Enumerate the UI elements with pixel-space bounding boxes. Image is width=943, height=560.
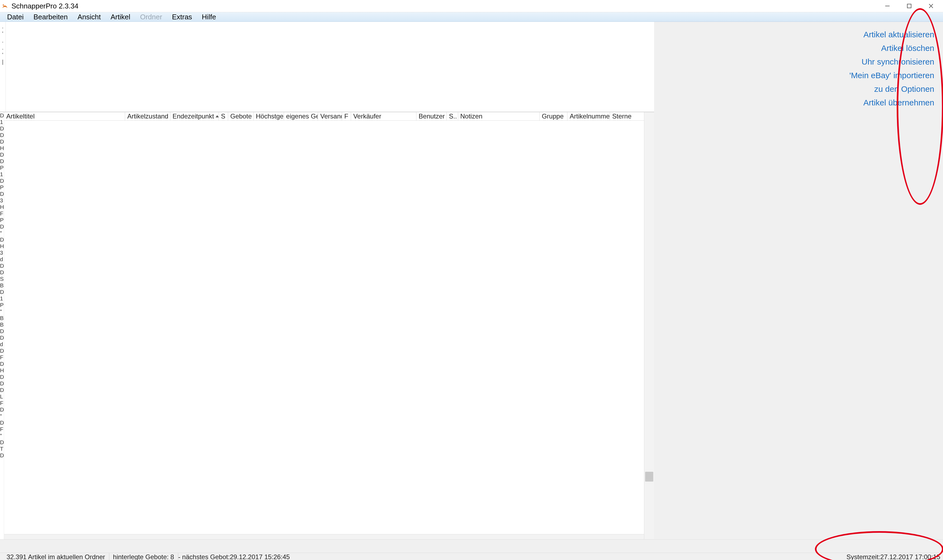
- column-header[interactable]: Höchstgebot: [254, 112, 284, 120]
- row-rail-mark: D: [0, 132, 4, 138]
- column-header[interactable]: F: [342, 112, 351, 120]
- svg-rect-1: [885, 6, 889, 6]
- column-header[interactable]: Artikeltitel: [4, 112, 125, 120]
- row-rail-mark: D: [0, 223, 4, 230]
- row-rail-mark: P: [0, 217, 4, 223]
- preview-rail-mark: .: [2, 23, 3, 30]
- scrollbar-thumb[interactable]: [645, 472, 653, 482]
- row-rail-mark: P: [0, 302, 4, 308]
- row-rail-mark: D: [0, 125, 4, 132]
- menu-hilfe[interactable]: Hilfe: [197, 12, 221, 22]
- row-rail-mark: B: [0, 282, 4, 289]
- status-naechstes-gebot-value: 29.12.2017 15:26:45: [230, 553, 290, 560]
- row-rail-mark: T: [0, 446, 4, 452]
- window-controls: [877, 0, 942, 12]
- row-rail-mark: D: [0, 334, 4, 341]
- status-article-count: 32.391 Artikel im aktuellen Ordner: [3, 553, 109, 560]
- row-rail-mark: 3: [0, 249, 4, 256]
- left-column: .'..'| D1DDDHDDP1DPD3HFPD"DH3dDDSBD1P"BB…: [0, 22, 654, 539]
- row-indicator-rail: D1DDDHDDP1DPD3HFPD"DH3dDDSBD1P"BBDDdDFDH…: [0, 112, 4, 539]
- row-rail-mark: F: [0, 400, 4, 406]
- column-header[interactable]: Artikelzustand: [125, 112, 170, 120]
- column-header[interactable]: S..: [447, 112, 458, 120]
- row-rail-mark: D: [0, 361, 4, 367]
- menu-extras[interactable]: Extras: [167, 12, 197, 22]
- row-rail-mark: 1: [0, 171, 4, 178]
- menu-artikel[interactable]: Artikel: [106, 12, 135, 22]
- preview-rail-mark: |: [2, 58, 3, 65]
- column-header[interactable]: Artikelnummer: [567, 112, 610, 120]
- status-systemzeit-label: Systemzeit:: [846, 553, 880, 560]
- bottom-separator: [0, 539, 943, 553]
- row-rail-mark: D: [0, 263, 4, 269]
- status-systemzeit-value: 27.12.2017 17:00:15: [880, 553, 940, 560]
- row-rail-mark: 3: [0, 197, 4, 204]
- menu-ansicht[interactable]: Ansicht: [72, 12, 105, 22]
- status-hinterlegte-gebote: hinterlegte Gebote: 8: [109, 553, 178, 560]
- link-uhr-synchronisieren[interactable]: Uhr synchronisieren: [810, 55, 934, 69]
- close-button[interactable]: [920, 0, 942, 12]
- column-header[interactable]: Endezeitpunkt: [170, 112, 219, 120]
- svg-rect-2: [907, 4, 911, 8]
- grid: ArtikeltitelArtikelzustandEndezeitpunktS…: [4, 112, 654, 539]
- row-rail-mark: D: [0, 191, 4, 197]
- row-rail-mark: D: [0, 420, 4, 426]
- row-rail-mark: H: [0, 243, 4, 249]
- row-rail-mark: D: [0, 374, 4, 380]
- menu-bar: Datei Bearbeiten Ansicht Artikel Ordner …: [0, 12, 943, 22]
- row-rail-mark: d: [0, 256, 4, 263]
- row-rail-mark: D: [0, 112, 4, 119]
- row-rail-mark: F: [0, 354, 4, 361]
- row-rail-mark: 1: [0, 119, 4, 125]
- column-header[interactable]: S: [219, 112, 228, 120]
- articles-grid: D1DDDHDDP1DPD3HFPD"DH3dDDSBD1P"BBDDdDFDH…: [0, 112, 654, 539]
- column-header[interactable]: Gebote: [228, 112, 254, 120]
- grid-vertical-scrollbar[interactable]: [644, 112, 654, 539]
- column-header[interactable]: Notizen: [458, 112, 539, 120]
- row-rail-mark: D: [0, 269, 4, 275]
- row-rail-mark: P: [0, 165, 4, 171]
- row-rail-mark: D: [0, 452, 4, 458]
- preview-rail-mark: ': [2, 51, 3, 58]
- row-rail-mark: H: [0, 145, 4, 151]
- row-rail-mark: F: [0, 426, 4, 432]
- window-title: SchnapperPro 2.3.34: [11, 2, 79, 10]
- row-rail-mark: ": [0, 230, 4, 237]
- row-rail-mark: D: [0, 387, 4, 393]
- actions-panel: Artikel aktualisieren Artikel löschen Uh…: [801, 22, 943, 539]
- preview-rail-mark: ': [2, 30, 3, 37]
- grid-horizontal-scrollbar[interactable]: [4, 534, 644, 539]
- row-rail-mark: D: [0, 237, 4, 243]
- column-header[interactable]: eigenes Gebot: [284, 112, 318, 120]
- title-bar: SchnapperPro 2.3.34: [0, 0, 943, 12]
- column-header[interactable]: Versand…: [318, 112, 342, 120]
- menu-datei[interactable]: Datei: [2, 12, 29, 22]
- row-rail-mark: d: [0, 341, 4, 348]
- menu-bearbeiten[interactable]: Bearbeiten: [29, 12, 73, 22]
- svg-point-0: [3, 5, 4, 6]
- row-rail-mark: P: [0, 184, 4, 191]
- row-rail-mark: F: [0, 210, 4, 217]
- grid-header: ArtikeltitelArtikelzustandEndezeitpunktS…: [4, 112, 654, 121]
- row-rail-mark: ": [0, 432, 4, 439]
- link-zu-den-optionen[interactable]: zu den Optionen: [810, 82, 934, 96]
- column-header[interactable]: Gruppe: [539, 112, 567, 120]
- maximize-button[interactable]: [898, 0, 920, 12]
- link-artikel-aktualisieren[interactable]: Artikel aktualisieren: [810, 28, 934, 42]
- row-rail-mark: D: [0, 328, 4, 334]
- row-rail-mark: B: [0, 322, 4, 328]
- link-mein-ebay-importieren[interactable]: 'Mein eBay' importieren: [810, 69, 934, 82]
- status-naechstes-gebot-label: - nächstes Gebot:: [178, 553, 230, 560]
- menu-ordner: Ordner: [135, 12, 167, 22]
- row-rail-mark: H: [0, 204, 4, 210]
- column-header[interactable]: Benutzer: [416, 112, 447, 120]
- link-artikel-loeschen[interactable]: Artikel löschen: [810, 42, 934, 55]
- column-header[interactable]: Verkäufer: [351, 112, 416, 120]
- minimize-button[interactable]: [877, 0, 898, 12]
- grid-body[interactable]: [4, 120, 644, 534]
- row-rail-mark: D: [0, 289, 4, 295]
- row-rail-mark: S: [0, 275, 4, 282]
- link-artikel-uebernehmen[interactable]: Artikel übernehmen: [810, 96, 934, 109]
- row-rail-mark: D: [0, 178, 4, 184]
- row-rail-mark: D: [0, 439, 4, 446]
